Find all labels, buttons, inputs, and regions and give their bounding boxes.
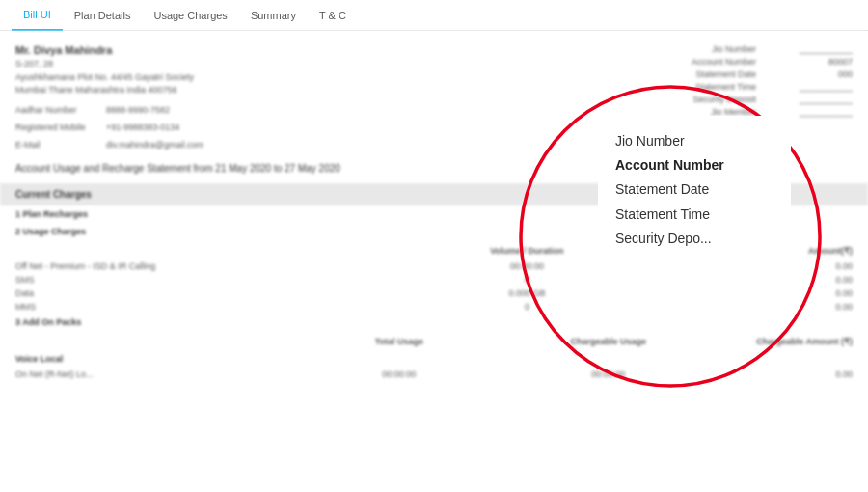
addon-table-header: Total Usage Chargeable Usage Chargeable … bbox=[15, 331, 853, 350]
statement-date-label: Statement Date bbox=[650, 69, 756, 79]
statement-title: Account Usage and Recharge Statement fro… bbox=[0, 157, 868, 179]
addon-sub-label: Voice Local bbox=[15, 350, 853, 368]
reg-mobile-row: Registered Mobile +91-9988383-0134 bbox=[15, 123, 563, 132]
row-vol: 0 bbox=[388, 302, 666, 312]
header-section: Mr. Divya Mahindra S-207, 28 Ayushkhaman… bbox=[0, 31, 868, 157]
jio-member-value: ___________ bbox=[756, 107, 853, 117]
aadhar-row: Aadhar Number 8888-9990-7582 bbox=[15, 105, 563, 115]
reg-mobile-label: Registered Mobile bbox=[15, 123, 102, 132]
row-vol: 0 bbox=[388, 275, 666, 285]
usage-charges-label: 2 Usage Charges bbox=[0, 223, 868, 240]
addon-row-amount: 0.00 bbox=[713, 369, 853, 379]
aadhar-label: Aadhar Number bbox=[15, 105, 102, 115]
row-amt: 0.00 bbox=[666, 261, 853, 271]
tab-summary[interactable]: Summary bbox=[239, 0, 308, 31]
tab-bill-ui[interactable]: Bill UI bbox=[12, 0, 63, 31]
row-desc: Off Net - Premium - ISD & IR Calling bbox=[15, 261, 388, 271]
row-desc: MMS bbox=[15, 302, 388, 312]
usage-table: Volume / Duration Amount(₹) Off Net - Pr… bbox=[0, 240, 868, 314]
statement-date-row: Statement Date 000 bbox=[563, 69, 853, 79]
customer-name: Mr. Divya Mahindra bbox=[15, 44, 563, 56]
addon-row-desc: On Net (R-Net) Lo... bbox=[15, 369, 294, 379]
total-header: Total Usage bbox=[294, 337, 503, 346]
tab-t-and-c[interactable]: T & C bbox=[308, 0, 358, 31]
account-number-row: Account Number 80007 bbox=[563, 57, 853, 67]
row-amt: 0.00 bbox=[666, 275, 853, 285]
statement-time-label: Statement Time bbox=[650, 82, 756, 92]
plan-recharges-label: 1 Plan Recharges bbox=[0, 205, 868, 223]
row-vol: 00:00:00 bbox=[388, 261, 666, 271]
row-amt: 0.00 bbox=[666, 288, 853, 298]
row-desc: Data bbox=[15, 288, 388, 298]
security-deposit-row: Security Deposit ___________ bbox=[563, 95, 853, 104]
amt-header: Amount(₹) bbox=[666, 246, 853, 256]
main-content: Mr. Divya Mahindra S-207, 28 Ayushkhaman… bbox=[0, 31, 868, 492]
reg-mobile-value: +91-9988383-0134 bbox=[106, 123, 179, 132]
security-deposit-value: ___________ bbox=[756, 95, 853, 104]
table-row: MMS 0 0.00 bbox=[15, 300, 853, 314]
customer-address-line2: Ayushkhamana Plot No. 44/45 Gayatri Soci… bbox=[15, 71, 563, 85]
row-vol: 0.000 GB bbox=[388, 288, 666, 298]
tab-usage-charges[interactable]: Usage Charges bbox=[142, 0, 238, 31]
addon-desc-header bbox=[15, 337, 294, 346]
charge-amt-header: Chargeable Amount (₹) bbox=[713, 337, 853, 346]
table-row: Data 0.000 GB 0.00 bbox=[15, 287, 853, 300]
customer-address-line1: S-207, 28 bbox=[15, 58, 563, 71]
tab-bar: Bill UI Plan Details Usage Charges Summa… bbox=[0, 0, 868, 31]
email-value: div.mahindra@gmail.com bbox=[106, 140, 203, 150]
addon-row-total: 00:00:00 bbox=[294, 369, 503, 379]
desc-header bbox=[15, 246, 388, 256]
chargeable-header: Chargeable Usage bbox=[503, 337, 713, 346]
addon-label: 3 Add On Packs bbox=[0, 314, 868, 331]
customer-address-line3: Mumbai Thane Maharashtra India 400756 bbox=[15, 84, 563, 97]
jio-number-row: Jio Number ___________ bbox=[563, 44, 853, 54]
tab-plan-details[interactable]: Plan Details bbox=[63, 0, 143, 31]
customer-info: Mr. Divya Mahindra S-207, 28 Ayushkhaman… bbox=[15, 44, 563, 150]
account-number-value: 80007 bbox=[756, 57, 853, 67]
email-row: E-Mail div.mahindra@gmail.com bbox=[15, 140, 563, 150]
statement-time-row: Statement Time ___________ bbox=[563, 82, 853, 92]
vol-header: Volume / Duration bbox=[388, 246, 666, 256]
email-label: E-Mail bbox=[15, 140, 102, 150]
statement-date-value: 000 bbox=[756, 69, 853, 79]
row-amt: 0.00 bbox=[666, 302, 853, 312]
addon-table-row: On Net (R-Net) Lo... 00:00:00 00:00:00 0… bbox=[15, 368, 853, 381]
account-number-label: Account Number bbox=[650, 57, 756, 67]
jio-member-label: Jio Member bbox=[650, 107, 756, 117]
addon-row-chargeable: 00:00:00 bbox=[503, 369, 713, 379]
security-deposit-label: Security Deposit bbox=[650, 95, 756, 104]
jio-number-value: ___________ bbox=[756, 44, 853, 54]
jio-member-row: Jio Member ___________ bbox=[563, 107, 853, 117]
table-row: Off Net - Premium - ISD & IR Calling 00:… bbox=[15, 260, 853, 273]
aadhar-value: 8888-9990-7582 bbox=[106, 105, 170, 115]
usage-table-header: Volume / Duration Amount(₹) bbox=[15, 240, 853, 260]
statement-time-value: ___________ bbox=[756, 82, 853, 92]
table-row: SMS 0 0.00 bbox=[15, 273, 853, 287]
account-info: Jio Number ___________ Account Number 80… bbox=[563, 44, 853, 150]
current-charges-header: Current Charges bbox=[0, 183, 868, 205]
addon-table: Total Usage Chargeable Usage Chargeable … bbox=[0, 331, 868, 381]
row-desc: SMS bbox=[15, 275, 388, 285]
jio-number-label: Jio Number bbox=[650, 44, 756, 54]
